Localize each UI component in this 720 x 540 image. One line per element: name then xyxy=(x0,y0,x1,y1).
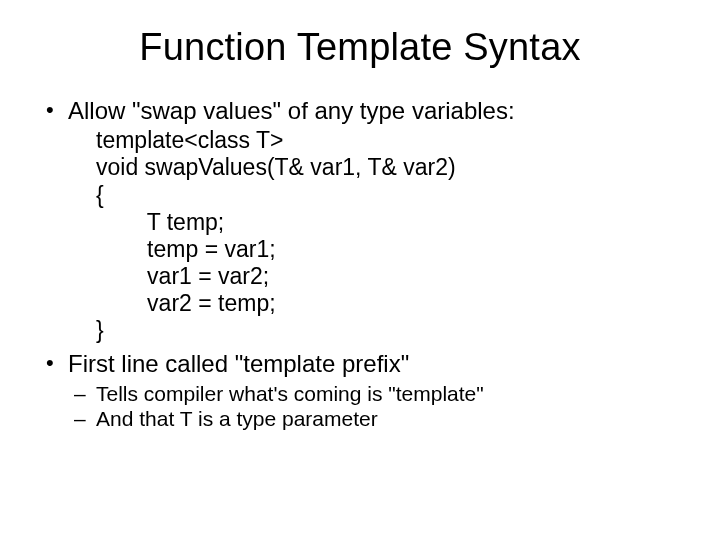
slide-title: Function Template Syntax xyxy=(0,26,720,69)
sub-bullet-text: Tells compiler what's coming is "templat… xyxy=(96,382,484,405)
slide: Function Template Syntax Allow "swap val… xyxy=(0,26,720,540)
bullet-item: First line called "template prefix" Tell… xyxy=(40,350,680,432)
bullet-text: First line called "template prefix" xyxy=(68,350,409,377)
sub-bullet-item: Tells compiler what's coming is "templat… xyxy=(68,381,680,407)
slide-body: Allow "swap values" of any type variable… xyxy=(0,97,720,432)
code-block: template<class T> void swapValues(T& var… xyxy=(96,127,680,344)
bullet-text: Allow "swap values" of any type variable… xyxy=(68,97,515,124)
bullet-list: Allow "swap values" of any type variable… xyxy=(40,97,680,432)
sub-bullet-text: And that T is a type parameter xyxy=(96,407,378,430)
bullet-item: Allow "swap values" of any type variable… xyxy=(40,97,680,344)
sub-bullet-item: And that T is a type parameter xyxy=(68,406,680,432)
sub-bullet-list: Tells compiler what's coming is "templat… xyxy=(68,381,680,432)
